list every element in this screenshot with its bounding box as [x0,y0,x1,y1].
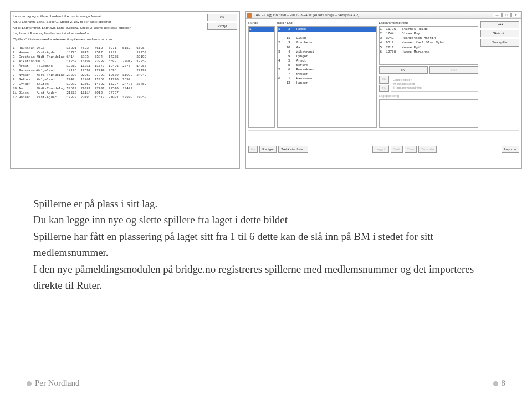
import-data-grid[interactable]: 1 Hauksson Oslo 16801 7533 7613 5071 515… [13,46,205,166]
lag-list[interactable]: 1 16786 Stornes Helge 2 17441 Olsen Roy … [379,26,479,65]
bottom-tom-button[interactable]: Tøm [405,146,417,153]
label-lagoppstilling: Lagoppstilling [379,94,479,98]
slide-text: Spillerne er på plass i sitt lag. Du kan… [0,173,532,294]
sok-spiller-button[interactable]: Søk spiller [480,39,519,46]
bottom-rediger-button[interactable]: Rediger [259,146,277,153]
slide-paragraph: Spillerne er på plass i sitt lag. [33,196,499,212]
instr-line: Alt B: Lagnummer, Lagnavn, Land, Spiller… [13,25,205,29]
slide-paragraph: Spillerne har fått en plassering på lage… [33,228,499,261]
instr-line: Lag listen i Excel og lim den inn i vind… [13,31,205,35]
bord-list[interactable]: 1 2 Homme 11 Olsen 2 3 Grøtheim 10 Aa 3 … [277,26,377,128]
cancel-button[interactable]: Avbryt [207,23,237,30]
skriv-ut-button[interactable]: Skriv ut... [480,30,519,37]
lukk-button[interactable]: Lukk [480,21,519,28]
titlebar: LAG – Legg inn navn – 2012-03-24.sx (Rut… [246,12,521,19]
bullet-icon [27,381,32,386]
instr-line: "SpillerX" i listene ovenfor refererer t… [13,37,205,41]
bottom-importer-button[interactable]: Importer [502,146,519,153]
instr-line: Alt A: Lagnavn, Land, Spiller1, Spiller … [13,19,205,23]
close-button[interactable]: ✕ [511,13,520,17]
ny-button[interactable]: Ny [379,66,428,74]
aly-button[interactable]: Aly [379,85,389,92]
bottom-tomalle-button[interactable]: Tøm alle [418,146,437,153]
page-number: 8 [502,378,506,387]
bottom-ny-button[interactable]: Ny [248,146,258,153]
maximize-button[interactable]: ☐ [502,13,511,17]
bottom-slett-button[interactable]: Slett [391,146,403,153]
bullet-icon [493,381,498,386]
ok-button[interactable]: OK [207,14,237,21]
slide-paragraph: Du kan legge inn nye og slette spillere … [33,212,499,228]
instr-line: Importer lag og spillere i henhold til e… [13,14,205,18]
slide-paragraph: I den nye påmeldingsmodulen på bridge.no… [33,261,499,294]
runde-list[interactable]: 1 [248,26,275,128]
team-entry-window: LAG – Legg inn navn – 2012-03-24.sx (Rut… [245,11,522,169]
minimize-button[interactable]: — [493,13,502,17]
app-icon [247,13,252,18]
footer-author-wrap: Per Nordland [27,378,79,388]
footer-page-wrap: 8 [493,378,506,388]
bottom-trekk-button[interactable]: Trekk startliste... [278,146,308,153]
lagoppstilling-list[interactable] [379,99,479,128]
window-title: LAG – Legg inn navn – 2012-03-24.sx (Rut… [254,13,359,17]
hint-text: Legg til spiller fra lagoppstilling til … [391,76,478,92]
import-dialog: Importer lag og spillere i henhold til e… [10,11,240,169]
col-header-bord: Bord / Lag [277,21,377,25]
instructions: Importer lag og spillere i henhold til e… [13,14,205,43]
col-header-lag: Lagsammensetning [379,21,479,25]
eh-button[interactable]: Eh [379,76,389,83]
bottom-leggtil-button[interactable]: Legg til [372,146,388,153]
slett-button[interactable]: Slett [429,66,478,74]
footer-author: Per Nordland [35,378,79,387]
col-header-runde: Runde [248,21,275,25]
